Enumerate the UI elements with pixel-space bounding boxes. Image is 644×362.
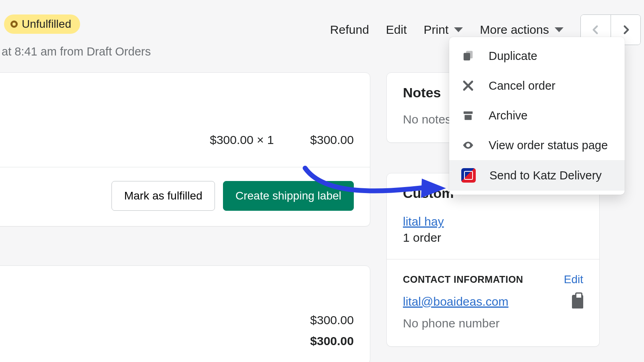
no-phone-text: No phone number (403, 317, 583, 330)
clipboard-icon[interactable] (572, 295, 583, 309)
divider (0, 167, 370, 167)
edit-contact-button[interactable]: Edit (564, 273, 583, 286)
mark-as-fulfilled-button[interactable]: Mark as fulfilled (111, 181, 215, 211)
summary-row: em $300.00 (0, 313, 354, 327)
divider (387, 259, 599, 259)
menu-cancel-order[interactable]: Cancel order (449, 71, 625, 101)
more-actions-menu: Duplicate Cancel order Archive View orde… (449, 37, 625, 195)
chevron-left-icon (590, 25, 601, 35)
customer-order-count: 1 order (403, 231, 583, 245)
menu-item-label: Send to Katz Delivery (489, 169, 602, 182)
edit-button[interactable]: Edit (386, 23, 407, 37)
svg-rect-1 (466, 51, 473, 59)
menu-view-status[interactable]: View order status page (449, 130, 625, 160)
duplicate-icon (461, 49, 475, 63)
print-dropdown[interactable]: Print (424, 23, 463, 37)
unit-price-qty: $300.00 × 1 (210, 133, 274, 147)
eye-icon (461, 138, 475, 152)
summary-subtotal: $300.00 (310, 313, 354, 327)
line-item-row: $300.00 × 1 $300.00 (0, 73, 370, 167)
payment-summary-card: em $300.00 $300.00 (0, 265, 370, 362)
menu-duplicate[interactable]: Duplicate (449, 41, 625, 71)
line-items-card: $300.00 × 1 $300.00 Mark as fulfilled Cr… (0, 72, 370, 226)
menu-item-label: Archive (489, 109, 528, 122)
line-total: $300.00 (310, 133, 354, 147)
print-label: Print (424, 23, 449, 37)
summary-total-row: $300.00 (0, 334, 354, 348)
refund-button[interactable]: Refund (330, 23, 369, 37)
create-shipping-label-button[interactable]: Create shipping label (223, 181, 354, 211)
more-actions-label: More actions (480, 23, 549, 37)
menu-archive[interactable]: Archive (449, 101, 625, 130)
contact-info-label: CONTACT INFORMATION (403, 274, 523, 285)
status-text: Unfulfilled (22, 18, 71, 31)
caret-down-icon (454, 27, 463, 32)
menu-item-label: View order status page (489, 139, 608, 152)
fulfillment-actions: Mark as fulfilled Create shipping label (0, 181, 370, 211)
summary-total: $300.00 (310, 334, 354, 348)
chevron-right-icon (621, 25, 631, 35)
customer-name-link[interactable]: lital hay (403, 215, 444, 228)
more-actions-dropdown[interactable]: More actions (480, 23, 564, 37)
svg-rect-2 (464, 111, 473, 114)
caret-down-icon (555, 27, 564, 32)
status-ring-icon (10, 21, 18, 28)
contact-info-header: CONTACT INFORMATION Edit (403, 273, 583, 286)
customer-email-row: lital@boaideas.com (403, 295, 583, 309)
menu-item-label: Cancel order (489, 79, 555, 93)
menu-send-katz[interactable]: Send to Katz Delivery (449, 160, 625, 191)
katz-delivery-icon (461, 168, 476, 183)
customer-card: Custom lital hay 1 order CONTACT INFORMA… (386, 173, 600, 347)
menu-item-label: Duplicate (489, 49, 537, 63)
archive-icon (461, 109, 475, 122)
svg-rect-3 (464, 115, 472, 120)
close-icon (461, 79, 475, 93)
customer-email-link[interactable]: lital@boaideas.com (403, 295, 508, 309)
fulfillment-status-badge: Unfulfilled (4, 14, 80, 34)
